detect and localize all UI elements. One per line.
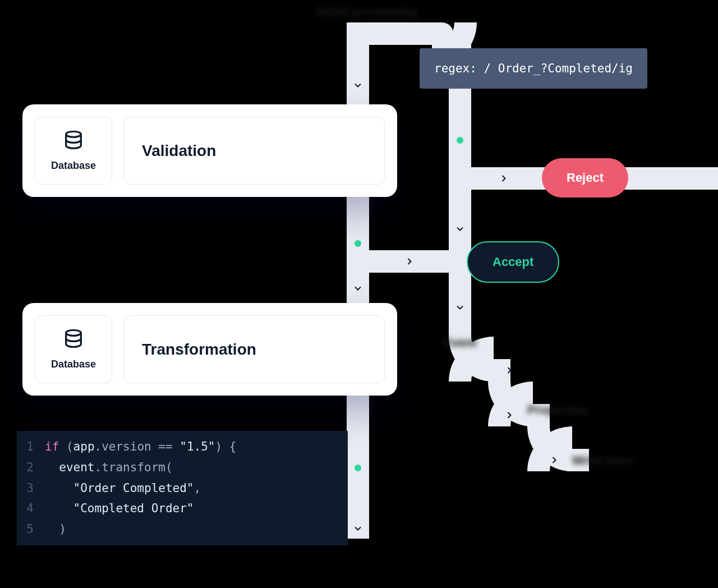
card-title: Validation — [142, 142, 216, 160]
code-block: 1if (app.version == "1.5") {2 event.tran… — [17, 431, 348, 545]
chevron-down-icon — [453, 301, 467, 314]
line-number: 3 — [17, 478, 45, 499]
code-line: 5 ) — [17, 519, 348, 540]
card-icon-label: Database — [51, 359, 96, 370]
chevron-right-icon — [403, 255, 416, 268]
line-number: 4 — [17, 498, 45, 519]
card-body: Validation — [123, 117, 385, 185]
code-line: 4 "Completed Order" — [17, 498, 348, 519]
transformation-card: Database Transformation — [22, 303, 397, 396]
writekeys-label: Write keys — [572, 453, 634, 468]
code-content: "Completed Order" — [45, 498, 194, 519]
database-icon — [62, 130, 85, 154]
chevron-right-icon — [497, 172, 510, 185]
database-icon-block: Database — [35, 117, 112, 185]
code-content: if (app.version == "1.5") { — [45, 437, 236, 457]
chevron-down-icon — [351, 79, 365, 92]
pipe-main-vertical — [347, 22, 369, 539]
code-line: 1if (app.version == "1.5") { — [17, 437, 348, 457]
accept-pill: Accept — [467, 241, 559, 283]
database-icon — [62, 328, 85, 353]
svg-point-1 — [66, 330, 81, 336]
line-number: 5 — [17, 519, 45, 540]
card-title: Transformation — [142, 341, 256, 359]
chevron-down-icon — [351, 522, 365, 535]
code-line: 3 "Order Completed", — [17, 478, 348, 499]
database-icon-block: Database — [35, 315, 112, 383]
event-label: Event — [443, 336, 477, 350]
code-content: ) — [45, 519, 66, 540]
status-dot — [355, 240, 361, 247]
code-content: event.transform( — [45, 457, 173, 478]
card-icon-label: Database — [51, 160, 96, 172]
code-content: "Order Completed", — [45, 478, 201, 499]
chevron-right-icon — [503, 408, 516, 422]
code-line: 2 event.transform( — [17, 457, 348, 478]
card-body: Transformation — [123, 315, 385, 383]
properties-label: Properties — [527, 403, 588, 417]
line-number: 2 — [17, 457, 45, 478]
validation-card: Database Validation — [22, 104, 397, 197]
chevron-down-icon — [351, 282, 365, 295]
chevron-right-icon — [503, 364, 516, 377]
reject-pill: Reject — [542, 158, 628, 197]
svg-point-0 — [66, 131, 81, 137]
status-dot — [457, 137, 463, 144]
header-label: JSON processing — [314, 4, 417, 19]
status-dot — [355, 465, 361, 471]
chevron-down-icon — [453, 222, 467, 236]
regex-box: regex: / Order_?Completed/ig — [420, 48, 647, 89]
line-number: 1 — [17, 437, 45, 457]
chevron-right-icon — [547, 453, 561, 467]
